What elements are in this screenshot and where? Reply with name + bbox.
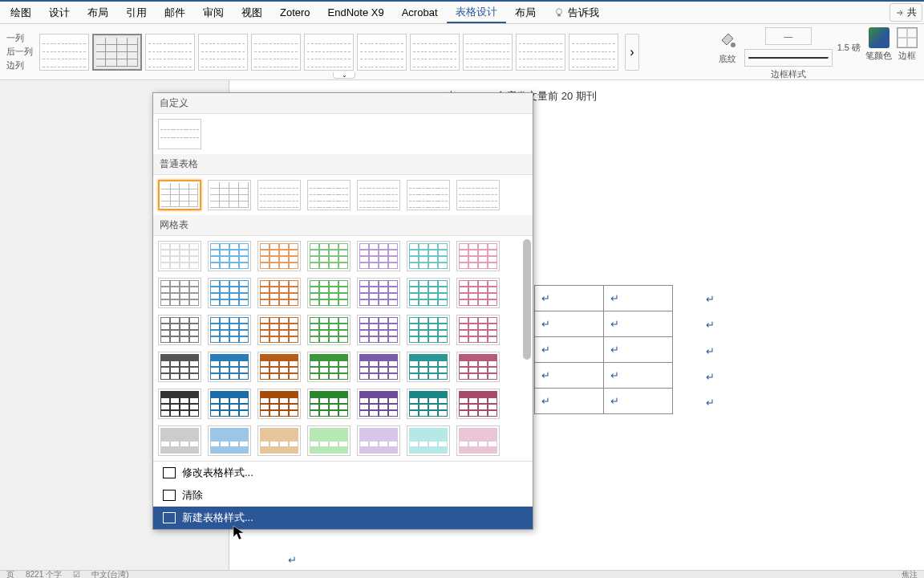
dd-grid-style-1-1[interactable] — [208, 278, 251, 308]
dd-grid-style-3-0[interactable] — [158, 352, 201, 382]
table-style-4[interactable] — [198, 34, 248, 71]
table-style-11[interactable] — [569, 34, 618, 71]
dd-grid-style-3-6[interactable] — [456, 352, 500, 382]
dd-new-style[interactable]: 新建表格样式... — [153, 507, 533, 529]
table-style-6[interactable] — [304, 34, 354, 71]
dd-grid-style-3-4[interactable] — [357, 352, 400, 382]
dd-grid-style-3-2[interactable] — [257, 352, 301, 382]
menu-endnote[interactable]: EndNote X9 — [319, 2, 393, 23]
status-spell-icon[interactable]: ☑ — [73, 570, 80, 578]
dd-grid-style-5-0[interactable] — [158, 425, 201, 456]
dd-grid-style-1-4[interactable] — [357, 278, 400, 308]
dd-grid-style-5-3[interactable] — [307, 425, 351, 456]
table-style-7[interactable] — [357, 34, 407, 71]
dd-grid-style-5-6[interactable] — [456, 425, 500, 456]
status-lang[interactable]: 中文(台湾) — [91, 570, 129, 578]
table-cell[interactable]: ↵ — [535, 286, 604, 311]
dd-grid-style-0-1[interactable] — [208, 241, 251, 271]
dd-grid-style-4-4[interactable] — [357, 389, 400, 419]
dd-plain-style-2[interactable] — [208, 180, 251, 210]
menu-layout1[interactable]: 布局 — [79, 2, 117, 23]
pen-color-tool[interactable]: 笔颜色 — [865, 27, 892, 62]
dd-grid-style-2-5[interactable] — [407, 315, 450, 345]
table-cell[interactable]: ↵ — [535, 311, 604, 337]
dd-grid-style-0-6[interactable] — [456, 241, 500, 271]
share-button[interactable]: 共 — [890, 3, 922, 22]
dd-grid-style-0-4[interactable] — [357, 241, 400, 271]
table-cell[interactable]: ↵ — [604, 311, 673, 337]
dd-grid-style-2-4[interactable] — [357, 315, 400, 345]
dd-grid-style-5-2[interactable] — [257, 425, 301, 456]
dd-grid-style-2-6[interactable] — [456, 315, 500, 345]
dd-plain-style-3[interactable] — [257, 180, 301, 210]
dd-grid-style-0-3[interactable] — [307, 241, 351, 271]
dd-plain-style-4[interactable] — [307, 180, 351, 210]
border-style-tool[interactable]: — 边框样式 — [744, 27, 833, 80]
gallery-dropdown-tab[interactable]: ⌄ — [333, 72, 355, 79]
table-cell[interactable]: ↵ — [604, 389, 673, 414]
dd-grid-style-4-3[interactable] — [307, 389, 351, 419]
dd-grid-style-5-5[interactable] — [407, 425, 450, 456]
opt-first-col[interactable]: 一列 — [6, 32, 33, 44]
border-weight-display[interactable]: 1.5 磅 — [837, 42, 861, 54]
dd-grid-style-4-0[interactable] — [158, 389, 201, 419]
dd-plain-style-5[interactable] — [357, 180, 400, 210]
dd-grid-style-3-3[interactable] — [307, 352, 351, 382]
dd-grid-style-0-2[interactable] — [257, 241, 301, 271]
table-cell[interactable]: ↵ — [535, 337, 604, 363]
menu-table-design[interactable]: 表格设计 — [447, 2, 506, 23]
table-style-10[interactable] — [516, 34, 565, 71]
dd-grid-style-5-1[interactable] — [208, 425, 251, 456]
menu-references[interactable]: 引用 — [117, 2, 156, 23]
dd-grid-style-2-0[interactable] — [158, 315, 201, 345]
dd-grid-style-1-5[interactable] — [407, 278, 450, 308]
menu-mail[interactable]: 邮件 — [156, 2, 194, 23]
border-tool[interactable]: 边框 — [897, 27, 918, 62]
dd-grid-style-5-4[interactable] — [357, 425, 400, 456]
dd-plain-style-1[interactable] — [158, 180, 201, 210]
dd-grid-style-4-6[interactable] — [456, 389, 500, 419]
dd-grid-style-2-3[interactable] — [307, 315, 351, 345]
dd-modify-style[interactable]: 修改表格样式... — [153, 462, 533, 484]
dd-grid-style-0-0[interactable] — [158, 241, 201, 271]
opt-last-col[interactable]: 后一列 — [6, 46, 33, 58]
table-style-8[interactable] — [410, 34, 460, 71]
dd-grid-style-3-1[interactable] — [208, 352, 251, 382]
shading-tool[interactable]: 底纹 — [715, 27, 740, 65]
table-cell[interactable]: ↵ — [535, 389, 604, 414]
status-focus[interactable]: 焦注 — [902, 570, 918, 578]
menu-tell-me[interactable]: 告诉我 — [545, 2, 608, 23]
table-cell[interactable]: ↵ — [604, 363, 673, 389]
table-style-3[interactable] — [145, 34, 195, 71]
dd-grid-style-4-5[interactable] — [407, 389, 450, 419]
menu-draw[interactable]: 绘图 — [2, 2, 40, 23]
dd-custom-style-1[interactable] — [158, 119, 201, 149]
dd-grid-style-4-2[interactable] — [257, 389, 301, 419]
menu-acrobat[interactable]: Acrobat — [393, 2, 447, 23]
status-words[interactable]: 8221 个字 — [26, 570, 62, 578]
menu-layout2[interactable]: 布局 — [506, 2, 545, 23]
table-style-1[interactable] — [39, 34, 89, 71]
dd-plain-style-7[interactable] — [456, 180, 500, 210]
dd-grid-style-4-1[interactable] — [208, 389, 251, 419]
table-style-9[interactable] — [463, 34, 513, 71]
dd-grid-style-3-5[interactable] — [407, 352, 450, 382]
dd-grid-style-1-6[interactable] — [456, 278, 500, 308]
document-table[interactable]: ↵↵ ↵↵ ↵↵ ↵↵ ↵↵ — [534, 285, 673, 414]
table-cell[interactable]: ↵ — [535, 363, 604, 389]
menu-review[interactable]: 审阅 — [194, 2, 233, 23]
opt-banded-col[interactable]: 边列 — [6, 59, 33, 71]
dd-grid-style-0-5[interactable] — [407, 241, 450, 271]
gallery-expand-button[interactable]: › — [625, 34, 639, 71]
dd-grid-style-2-1[interactable] — [208, 315, 251, 345]
dd-grid-style-1-0[interactable] — [158, 278, 201, 308]
menu-design[interactable]: 设计 — [40, 2, 79, 23]
menu-view[interactable]: 视图 — [233, 2, 271, 23]
table-cell[interactable]: ↵ — [604, 286, 673, 311]
dd-grid-style-1-2[interactable] — [257, 278, 301, 308]
dd-grid-style-2-2[interactable] — [257, 315, 301, 345]
menu-zotero[interactable]: Zotero — [271, 2, 319, 23]
table-style-2[interactable] — [92, 34, 142, 71]
dd-grid-style-1-3[interactable] — [307, 278, 351, 308]
dd-plain-style-6[interactable] — [407, 180, 450, 210]
